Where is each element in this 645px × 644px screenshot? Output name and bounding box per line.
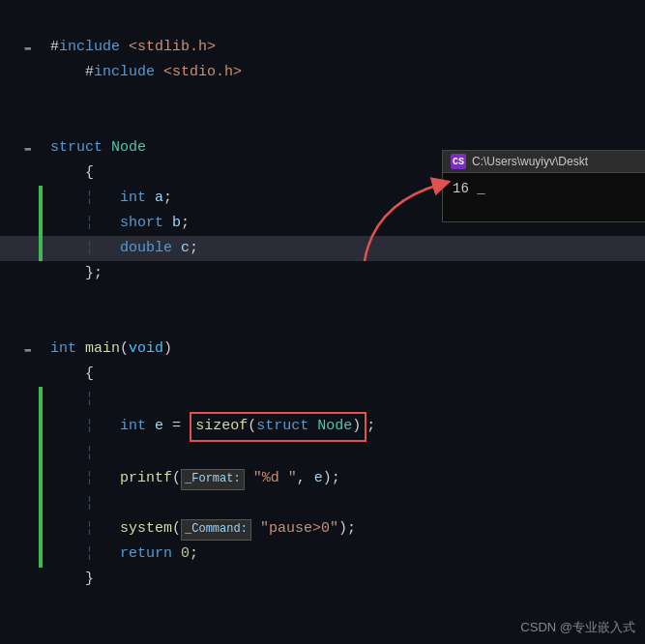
line-content: };	[46, 262, 645, 286]
format-param: _Format:	[181, 469, 245, 490]
line-content: ¦ return 0;	[46, 542, 645, 567]
line-content: ¦ double c;	[46, 237, 645, 261]
line-content: ¦ printf(_Format: "%d ", e);	[46, 467, 645, 491]
code-line	[0, 85, 645, 110]
line-content	[46, 312, 645, 337]
green-bar	[39, 236, 43, 261]
terminal-icon: CS	[451, 154, 466, 169]
code-line: ▬ #include <stdlib.h>	[0, 35, 645, 60]
terminal-title: C:\Users\wuyiyv\Deskt	[472, 155, 588, 168]
green-bar	[39, 186, 43, 211]
terminal-popup: CS C:\Users\wuyiyv\Deskt 16 _	[442, 150, 645, 222]
line-content	[46, 111, 645, 135]
watermark: CSDN @专业嵌入式	[520, 619, 635, 636]
line-content: {	[46, 363, 645, 387]
green-bar	[39, 412, 43, 442]
code-container: ▬ #include <stdlib.h> #include <stdio.h>	[0, 0, 645, 644]
collapse-icon[interactable]: ▬	[24, 340, 31, 358]
command-param: _Command:	[181, 519, 251, 541]
line-gutter: ▬	[0, 340, 39, 358]
code-line: ¦ int e = sizeof(struct Node);	[0, 412, 645, 442]
code-line: {	[0, 362, 645, 387]
green-bar	[39, 467, 43, 492]
line-gutter: ▬	[0, 139, 39, 157]
terminal-content: 16 _	[443, 173, 645, 221]
terminal-output: 16 _	[453, 181, 485, 196]
line-content: int main(void)	[46, 337, 645, 362]
line-content	[46, 86, 645, 110]
watermark-text: CSDN @专业嵌入式	[520, 620, 635, 634]
sizeof-highlight: sizeof(struct Node)	[190, 412, 366, 442]
code-line: }	[0, 568, 645, 593]
green-bar	[39, 442, 43, 467]
green-bar	[39, 492, 43, 517]
code-line: ¦ system(_Command: "pause>0");	[0, 517, 645, 542]
code-line: ▬ int main(void)	[0, 337, 645, 362]
line-content: ¦ int e = sizeof(struct Node);	[46, 412, 645, 442]
green-bar	[39, 387, 43, 412]
line-content	[46, 287, 645, 311]
line-content: ¦	[46, 388, 645, 412]
green-bar	[39, 211, 43, 236]
line-gutter: ▬	[0, 39, 39, 56]
line-content: #include <stdlib.h>	[46, 36, 645, 60]
code-line: ¦ return 0;	[0, 542, 645, 568]
code-line: ¦ double c;	[0, 236, 645, 261]
collapse-icon[interactable]: ▬	[24, 139, 31, 157]
line-content	[46, 11, 645, 35]
green-bar	[39, 517, 43, 542]
code-line	[0, 286, 645, 311]
code-line: };	[0, 261, 645, 286]
line-content: #include <stdio.h>	[46, 61, 645, 85]
code-line: ¦	[0, 492, 645, 517]
collapse-icon[interactable]: ▬	[24, 39, 31, 56]
line-content: ¦	[46, 492, 645, 516]
editor-area: ▬ #include <stdlib.h> #include <stdio.h>	[0, 0, 645, 644]
code-line	[0, 110, 645, 135]
line-content: }	[46, 568, 645, 592]
code-line: ¦	[0, 442, 645, 467]
terminal-titlebar: CS C:\Users\wuyiyv\Deskt	[443, 151, 645, 173]
code-line	[0, 311, 645, 337]
line-content: ¦ system(_Command: "pause>0");	[46, 517, 645, 542]
green-bar	[39, 542, 43, 568]
line-content: ¦	[46, 442, 645, 466]
code-line	[0, 10, 645, 35]
code-line: #include <stdio.h>	[0, 60, 645, 85]
code-line: ¦ printf(_Format: "%d ", e);	[0, 467, 645, 492]
code-line: ¦	[0, 387, 645, 412]
